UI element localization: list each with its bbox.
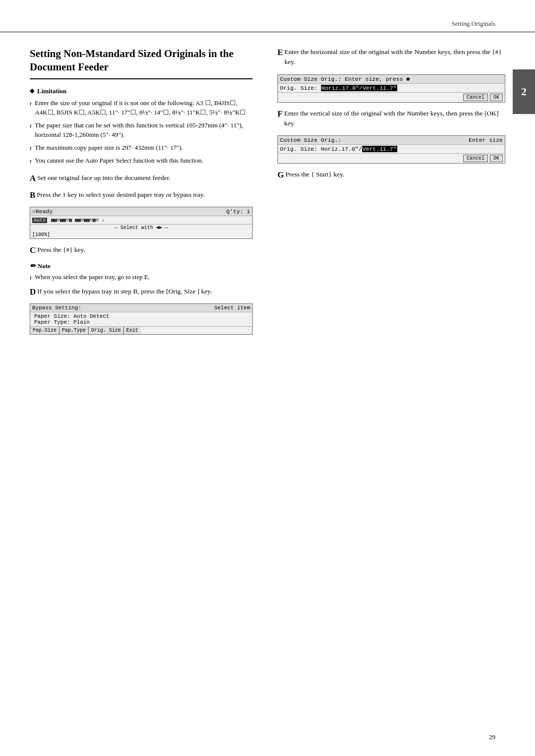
step-b-content: Press the 1 key to select your desired p… — [37, 190, 253, 200]
step-e-content: Enter the horizontal size of the origina… — [284, 47, 505, 67]
step-a-letter: A — [30, 173, 36, 184]
lcd-display-e: Custom Size Orig.: Enter size, press ☻ O… — [277, 74, 505, 103]
section-title: Setting Non-Mstandard Sized Originals in… — [30, 47, 253, 79]
step-d-letter: D — [30, 287, 36, 297]
lcd-row-header: ○Ready Q'ty: 1 — [30, 207, 252, 216]
lcd-f-cancel-button: Cancel — [463, 155, 488, 162]
limitation-header: ◆ Limitation — [30, 87, 253, 95]
step-a-content: Set one original face up into the docume… — [37, 173, 253, 183]
lcd-e-header: Custom Size Orig.: Enter size, press ☻ — [278, 75, 505, 84]
lcd-f-buttons: Cancel OK — [278, 154, 505, 163]
lcd-cancel-button: Cancel — [463, 94, 488, 101]
step-f-content: Enter the vertical size of the original … — [284, 109, 505, 129]
note-header: ✏ Note — [30, 262, 253, 270]
step-c: C Press the {#} key. — [30, 245, 253, 255]
bypass-header: Bypass Setting: Select item — [30, 304, 252, 312]
note-block: ✏ Note r When you select the paper tray,… — [30, 262, 253, 283]
step-b-letter: B — [30, 190, 35, 201]
bypass-buttons: Pap.Size Pap.Type Orig. Size Exit — [30, 327, 252, 334]
bypass-lcd: Bypass Setting: Select item Paper Size: … — [30, 303, 253, 335]
list-item: r The paper size that can be set with th… — [30, 120, 253, 140]
step-f: F Enter the vertical size of the origina… — [277, 109, 505, 129]
note-icon: ✏ — [30, 262, 36, 270]
lcd-icons-row: Auto ▩▩▽▩▩▽▩ ▩▩▽▩▩▽▩▽ ↓ — [30, 216, 252, 224]
step-f-letter: F — [277, 109, 282, 119]
step-e: E Enter the horizontal size of the origi… — [277, 47, 505, 67]
lcd-display-b: ○Ready Q'ty: 1 Auto ▩▩▽▩▩▽▩ ▩▩▽▩▩▽▩▽ ↓ —… — [30, 207, 253, 239]
limitation-list: r Enter the size of your original if it … — [30, 98, 253, 166]
list-item: r Enter the size of your original if it … — [30, 98, 253, 117]
step-c-content: Press the {#} key. — [37, 245, 253, 255]
lcd-f-body: Orig. Size: Horiz.17.0"/Vert.11.7" — [278, 145, 505, 154]
step-d: D If you select the bypass tray in step … — [30, 287, 253, 296]
bypass-btn-exit: Exit — [124, 327, 141, 334]
step-e-letter: E — [277, 47, 283, 58]
page-number: 29 — [489, 733, 495, 741]
lcd-e-buttons: Cancel OK — [278, 93, 505, 102]
bypass-btn-pap-type: Pap.Type — [59, 327, 89, 334]
step-a: A Set one original face up into the docu… — [30, 173, 253, 183]
list-item: r The maximum copy paper size is 297· 43… — [30, 143, 253, 153]
lcd-display-f: Custom Size Orig.: Enter size Orig. Size… — [277, 135, 505, 164]
right-column: E Enter the horizontal size of the origi… — [268, 47, 505, 335]
lcd-select-row: — Select with ◄► — — [30, 224, 252, 231]
list-item: r You cannot use the Auto Paper Select f… — [30, 156, 253, 166]
lcd-e-body: Orig. Size: Horiz.17.0"/Vert.11.7" — [278, 84, 505, 93]
lcd-f-ok-button: OK — [490, 155, 503, 162]
header-title: Setting Originals — [452, 20, 495, 28]
left-column: Setting Non-Mstandard Sized Originals in… — [30, 47, 268, 335]
lcd-f-header: Custom Size Orig.: Enter size — [278, 136, 505, 145]
lcd-ok-button: OK — [490, 94, 503, 101]
step-c-letter: C — [30, 245, 36, 256]
lcd-bottom-row: [100%] — [30, 231, 252, 238]
bypass-btn-orig-size: Orig. Size — [89, 327, 124, 334]
step-g-letter: G — [277, 170, 284, 180]
chapter-marker: 2 — [513, 69, 535, 114]
step-d-content: If you select the bypass tray in step B,… — [37, 287, 253, 296]
limitation-block: ◆ Limitation r Enter the size of your or… — [30, 87, 253, 166]
page-header: Setting Originals — [0, 20, 535, 32]
note-list: r When you select the paper tray, go to … — [30, 272, 253, 283]
bypass-body: Paper Size: Auto Detect Paper Type: Plai… — [30, 312, 252, 327]
step-g-content: Press the { Start} key. — [285, 170, 505, 179]
bypass-btn-pap-size: Pap.Size — [30, 327, 59, 334]
diamond-icon: ◆ — [30, 87, 34, 95]
step-b: B Press the 1 key to select your desired… — [30, 190, 253, 200]
list-item: r When you select the paper tray, go to … — [30, 272, 253, 283]
step-g: G Press the { Start} key. — [277, 170, 505, 179]
